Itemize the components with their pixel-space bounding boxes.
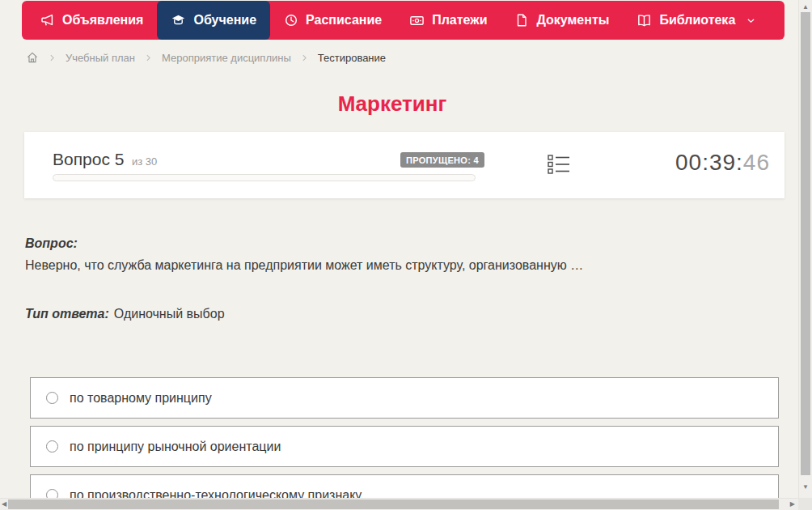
scrollbar-corner xyxy=(798,498,812,510)
main-nav: Объявления Обучение Расписание Платежи Д… xyxy=(22,1,785,40)
answer-options: по товарному принципу по принципу рыночн… xyxy=(30,377,779,510)
home-icon[interactable] xyxy=(26,51,39,64)
nav-item-learning[interactable]: Обучение xyxy=(157,1,270,40)
timer: 00:39:46 xyxy=(675,150,770,176)
nav-item-label: Обучение xyxy=(193,13,256,28)
scroll-left-icon[interactable]: ◀ xyxy=(2,501,6,508)
breadcrumb-testing-current: Тестирование xyxy=(318,52,386,64)
progress-bar xyxy=(53,174,476,181)
nav-item-label: Объявления xyxy=(62,13,143,28)
question-counter: Вопрос 5 из 30 xyxy=(53,150,157,169)
scroll-up-icon[interactable]: ▲ xyxy=(802,4,809,11)
breadcrumb: Учебный план Мероприятие дисциплины Тест… xyxy=(26,51,386,64)
answer-option-2[interactable]: по принципу рыночной ориентации xyxy=(30,426,779,467)
answer-option-label: по товарному принципу xyxy=(70,391,212,406)
chevron-right-icon xyxy=(144,53,153,62)
megaphone-icon xyxy=(40,13,55,28)
vertical-scrollbar-thumb[interactable] xyxy=(801,12,810,475)
timer-seconds: 46 xyxy=(743,150,770,175)
nav-item-payments[interactable]: Платежи xyxy=(395,1,501,40)
horizontal-scrollbar[interactable]: ◀ ▶ xyxy=(0,498,798,510)
question-list-button[interactable] xyxy=(545,154,573,178)
nav-item-announcements[interactable]: Объявления xyxy=(27,1,157,40)
chevron-down-icon xyxy=(746,15,756,26)
question-card: Вопрос 5 из 30 ПРОПУЩЕНО: 4 00:39:46 xyxy=(24,132,785,198)
radio-button[interactable] xyxy=(46,440,58,453)
horizontal-scrollbar-thumb[interactable] xyxy=(8,499,779,509)
document-icon xyxy=(514,13,529,28)
nav-item-label: Расписание xyxy=(306,13,382,28)
scroll-right-icon[interactable]: ▶ xyxy=(790,501,795,508)
nav-item-schedule[interactable]: Расписание xyxy=(270,1,395,40)
nav-item-library[interactable]: Библиотека xyxy=(623,1,770,40)
question-total: из 30 xyxy=(132,155,157,168)
payments-icon xyxy=(409,13,425,28)
nav-item-label: Документы xyxy=(536,13,609,28)
book-icon xyxy=(636,13,652,28)
vertical-scrollbar[interactable]: ▲ ▼ xyxy=(798,0,812,498)
answer-option-1[interactable]: по товарному принципу xyxy=(30,377,779,419)
graduation-cap-icon xyxy=(171,13,186,28)
answer-type-value: Одиночный выбор xyxy=(114,307,225,321)
timer-hours-minutes: 00:39: xyxy=(675,150,743,175)
page-title: Маркетинг xyxy=(0,91,785,117)
question-list-icon xyxy=(548,154,570,178)
scroll-down-icon[interactable]: ▼ xyxy=(802,484,809,491)
question-block: Вопрос: Неверно, что служба маркетинга н… xyxy=(25,236,777,321)
breadcrumb-study-plan[interactable]: Учебный план xyxy=(66,52,135,64)
question-heading: Вопрос: xyxy=(25,236,777,251)
breadcrumb-discipline-event[interactable]: Мероприятие дисциплины xyxy=(162,52,291,64)
answer-option-label: по принципу рыночной ориентации xyxy=(70,440,281,454)
nav-item-documents[interactable]: Документы xyxy=(501,1,623,40)
question-text: Неверно, что служба маркетинга на предпр… xyxy=(25,258,777,273)
nav-item-label: Библиотека xyxy=(659,13,735,28)
nav-item-label: Платежи xyxy=(432,13,487,28)
answer-type-label: Тип ответа: xyxy=(25,307,109,321)
chevron-right-icon xyxy=(300,53,309,62)
skipped-badge: ПРОПУЩЕНО: 4 xyxy=(400,152,484,168)
clock-icon xyxy=(284,13,298,28)
question-number: Вопрос 5 xyxy=(53,150,124,168)
radio-button[interactable] xyxy=(46,392,58,404)
answer-type-row: Тип ответа:Одиночный выбор xyxy=(25,307,777,321)
chevron-right-icon xyxy=(48,53,57,62)
